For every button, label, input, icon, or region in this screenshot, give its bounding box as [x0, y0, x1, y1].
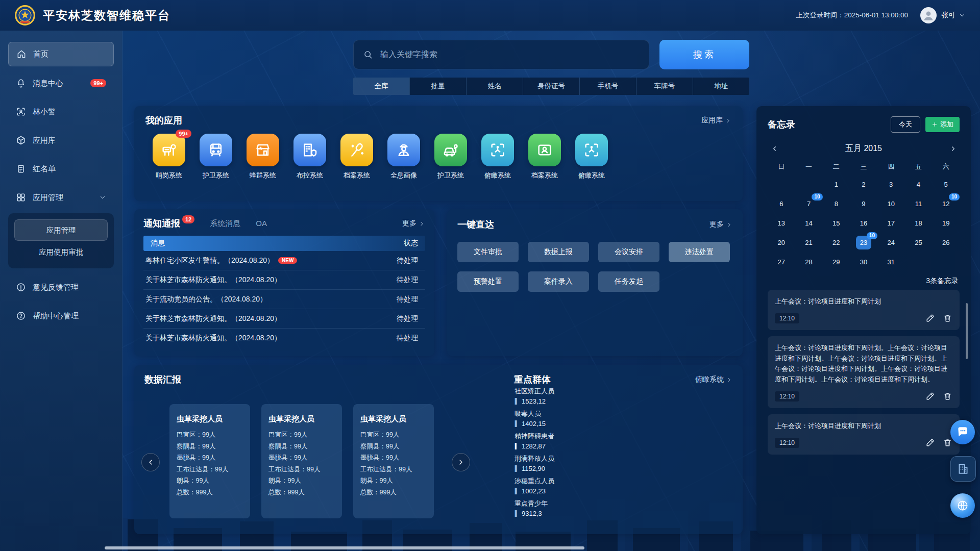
calendar-day[interactable]: 17: [877, 213, 905, 233]
app-item-0[interactable]: 99+哨岗系统: [153, 134, 185, 180]
calendar-day-selected[interactable]: 2310: [850, 233, 877, 252]
user-avatar[interactable]: [920, 7, 937, 23]
app-item-9[interactable]: 俯瞰系统: [575, 134, 608, 180]
quick-action-button-5[interactable]: 案件录入: [528, 271, 589, 292]
calendar-day[interactable]: 5: [932, 174, 960, 194]
calendar-day[interactable]: 20: [768, 233, 795, 252]
calendar-day[interactable]: 25: [905, 233, 933, 252]
calendar-day[interactable]: 29: [822, 252, 850, 271]
report-card-1[interactable]: 虫草采挖人员巴宜区：99人察隅县：99人墨脱县：99人工布江达县：99人朗县：9…: [261, 404, 342, 518]
calendar-day[interactable]: 26: [932, 233, 960, 252]
calendar-day[interactable]: 11: [905, 194, 933, 213]
quick-action-button-2[interactable]: 会议安排: [598, 242, 659, 262]
edit-memo-icon[interactable]: [925, 313, 935, 323]
quick-action-button-4[interactable]: 预警处置: [457, 271, 519, 292]
calendar-day[interactable]: 4: [905, 174, 933, 194]
search-button[interactable]: 搜索: [659, 40, 749, 69]
search-tab-4[interactable]: 手机号: [579, 78, 636, 95]
chevron-down-icon[interactable]: [959, 12, 966, 19]
notice-row[interactable]: 关于林芝市森林防火通知。（2024.08.20）待处理: [143, 309, 425, 329]
horizontal-scrollbar[interactable]: [105, 546, 584, 549]
calendar-day[interactable]: 8: [822, 194, 850, 213]
calendar-day[interactable]: 31: [877, 252, 905, 271]
app-item-5[interactable]: 全息画像: [387, 134, 420, 180]
calendar-day[interactable]: 28: [795, 252, 823, 271]
report-card-2[interactable]: 虫草采挖人员巴宜区：99人察隅县：99人墨脱县：99人工布江达县：99人朗县：9…: [353, 404, 434, 518]
calendar-day[interactable]: 1: [822, 174, 850, 194]
search-tab-6[interactable]: 地址: [693, 78, 749, 95]
edit-memo-icon[interactable]: [925, 438, 935, 447]
notice-row[interactable]: 关于流动党员的公告。（2024.08.20）待处理: [143, 290, 425, 309]
calendar-day[interactable]: 18: [905, 213, 933, 233]
calendar-day[interactable]: 14: [795, 213, 823, 233]
calendar-day[interactable]: 9: [850, 194, 877, 213]
sidebar-item-lin-xiaojing[interactable]: 林小警: [8, 100, 114, 123]
search-tab-1[interactable]: 批量: [409, 78, 466, 95]
quick-access-more-link[interactable]: 更多: [709, 220, 732, 229]
app-item-8[interactable]: 档案系统: [528, 134, 561, 180]
notice-row[interactable]: 粤林住宅小区发生警情。（2024.08.20）NEW待处理: [143, 251, 425, 270]
notices-more-link[interactable]: 更多: [402, 219, 425, 228]
calendar-day[interactable]: 710: [795, 194, 823, 213]
memo-scrollbar[interactable]: [966, 303, 968, 359]
sidebar-item-red-list[interactable]: 红名单: [8, 157, 114, 181]
calendar-day[interactable]: 22: [822, 233, 850, 252]
calendar-day[interactable]: 16: [850, 213, 877, 233]
user-name[interactable]: 张可: [941, 11, 955, 20]
app-item-2[interactable]: 蜂群系统: [247, 134, 279, 180]
search-tab-0[interactable]: 全库: [353, 78, 409, 95]
calendar-day[interactable]: 19: [932, 213, 960, 233]
calendar-day[interactable]: 10: [877, 194, 905, 213]
report-card-0[interactable]: 虫草采挖人员巴宜区：99人察隅县：99人墨脱县：99人工布江达县：99人朗县：9…: [169, 404, 250, 518]
calendar-day[interactable]: 27: [768, 252, 795, 271]
sidebar-item-app-management[interactable]: 应用管理: [8, 186, 114, 209]
quick-action-button-6[interactable]: 任务发起: [598, 271, 659, 292]
carousel-prev-button[interactable]: [141, 453, 160, 471]
sidebar-item-app-library[interactable]: 应用库: [8, 129, 114, 152]
calendar-day[interactable]: 21: [795, 233, 823, 252]
today-button[interactable]: 今天: [891, 116, 920, 133]
calendar-day[interactable]: 24: [877, 233, 905, 252]
sidebar-item-feedback-management[interactable]: 意见反馈管理: [8, 276, 114, 299]
search-tab-3[interactable]: 身份证号: [523, 78, 579, 95]
app-library-link[interactable]: 应用库: [701, 116, 731, 125]
carousel-next-button[interactable]: [452, 453, 470, 471]
edit-memo-icon[interactable]: [925, 391, 935, 401]
app-item-7[interactable]: 俯瞰系统: [481, 134, 514, 180]
calendar-day[interactable]: 15: [822, 213, 850, 233]
search-tab-5[interactable]: 车牌号: [636, 78, 693, 95]
sidebar-item-message-center[interactable]: 消息中心99+: [8, 71, 114, 95]
sidebar-item-help-center[interactable]: 帮助中心管理: [8, 304, 114, 328]
app-item-6[interactable]: 护卫系统: [434, 134, 467, 180]
search-input[interactable]: [379, 49, 640, 60]
notices-tab-1[interactable]: OA: [256, 219, 267, 229]
app-item-1[interactable]: 护卫系统: [200, 134, 232, 180]
app-item-4[interactable]: 档案系统: [340, 134, 373, 180]
sidebar-item-home[interactable]: 首页: [8, 42, 114, 66]
calendar-next-month[interactable]: [946, 142, 960, 155]
calendar-day[interactable]: 30: [850, 252, 877, 271]
sidebar-subitem-app-usage-approval[interactable]: 应用使用审批: [14, 242, 108, 262]
building-shortcut-button[interactable]: [950, 456, 976, 482]
quick-action-button-0[interactable]: 文件审批: [457, 242, 519, 262]
calendar-day[interactable]: 1210: [932, 194, 960, 213]
notice-row[interactable]: 关于林芝市森林防火通知。（2024.08.20）待处理: [143, 329, 425, 347]
calendar-day[interactable]: 13: [768, 213, 795, 233]
quick-action-button-3[interactable]: 违法处置: [669, 242, 730, 262]
notice-row[interactable]: 关于林芝市森林防火通知。（2024.08.20）待处理: [143, 270, 425, 290]
delete-memo-icon[interactable]: [943, 313, 952, 323]
calendar-day[interactable]: 6: [768, 194, 795, 213]
calendar-day[interactable]: 2: [850, 174, 877, 194]
notices-tab-0[interactable]: 系统消息: [210, 219, 240, 229]
app-item-3[interactable]: 布控系统: [293, 134, 326, 180]
search-tab-2[interactable]: 姓名: [466, 78, 523, 95]
globe-shortcut-button[interactable]: [950, 493, 975, 518]
delete-memo-icon[interactable]: [943, 391, 952, 401]
chat-assistant-button[interactable]: [950, 420, 975, 444]
quick-action-button-1[interactable]: 数据上报: [528, 242, 589, 262]
sidebar-subitem-app-management-sub[interactable]: 应用管理: [14, 219, 108, 241]
overview-system-link[interactable]: 俯瞰系统: [695, 375, 732, 384]
add-memo-button[interactable]: 添加: [925, 117, 960, 132]
calendar-day[interactable]: 3: [877, 174, 905, 194]
calendar-prev-month[interactable]: [768, 142, 781, 155]
